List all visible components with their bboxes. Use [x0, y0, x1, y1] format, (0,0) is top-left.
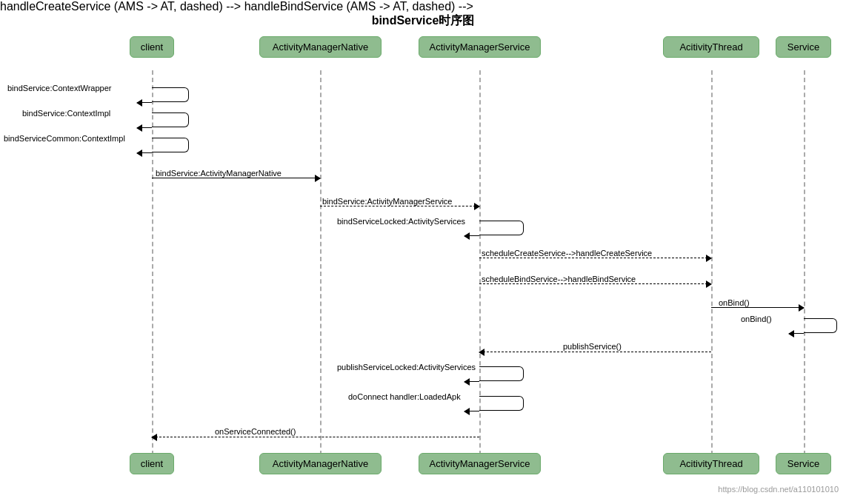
msg-label-6: bindServiceLocked:ActivityServices [337, 217, 465, 226]
actor-svc-bottom: Service [776, 453, 831, 474]
msg-label-4: bindService:ActivityManagerNative [156, 169, 282, 178]
msg-arrow-12 [464, 381, 479, 382]
msg-label-8: scheduleBindService-->handleBindService [482, 275, 636, 283]
msg-arrow-9 [711, 307, 804, 308]
msg-arrow-7 [479, 258, 711, 258]
msg-label-5: bindService:ActivityManagerService [322, 197, 452, 206]
msg-label-1: bindService:ContextWrapper [7, 84, 111, 93]
actor-client-top: client [130, 36, 174, 58]
msg-label-13: doConnect handler:LoadedApk [348, 392, 461, 401]
msg-arrow-3 [137, 152, 152, 153]
actor-amn-bottom: ActivityManagerNative [259, 453, 382, 474]
msg-label-12: publishServiceLocked:ActivityServices [337, 363, 476, 372]
actor-client-bottom: client [130, 453, 174, 474]
loop-1 [152, 87, 189, 102]
msg-label-10: onBind() [741, 315, 772, 323]
msg-label-3: bindServiceCommon:ContextImpl [4, 134, 125, 143]
actor-at-top: AcitivityThread [663, 36, 759, 58]
watermark: https://blog.csdn.net/a110101010 [718, 485, 839, 494]
loop-10 [804, 318, 837, 333]
msg-arrow-13 [464, 411, 479, 411]
msg-arrow-2 [137, 127, 152, 128]
msg-arrow-8 [479, 283, 711, 284]
msg-arrow-6 [464, 235, 479, 236]
loop-13 [479, 396, 524, 411]
lifeline-amn [320, 70, 322, 463]
msg-arrow-4 [152, 178, 320, 178]
msg-label-11: publishService() [563, 342, 622, 351]
msg-label-2: bindService:ContextImpl [22, 109, 110, 118]
loop-2 [152, 112, 189, 127]
actor-svc-top: Service [776, 36, 831, 58]
actor-ams-top: ActivityManagerService [419, 36, 541, 58]
msg-label-14: onServiceConnected() [215, 427, 296, 436]
msg-arrow-5 [320, 206, 479, 206]
lifeline-svc [804, 70, 805, 463]
actor-at-bottom: AcitivityThread [663, 453, 759, 474]
lifeline-client [152, 70, 153, 463]
msg-arrow-1 [137, 102, 152, 103]
loop-6 [479, 221, 524, 235]
msg-label-7: scheduleCreateService-->handleCreateServ… [482, 249, 652, 258]
diagram-container: bindService时序图 client ActivityManagerNat… [0, 0, 846, 504]
msg-label-9: onBind() [719, 298, 750, 307]
actor-ams-bottom: ActivityManagerService [419, 453, 541, 474]
msg-arrow-11 [479, 352, 711, 352]
msg-arrow-10 [789, 333, 804, 334]
diagram-title: bindService时序图 [0, 6, 846, 29]
msg-arrow-14 [152, 437, 479, 437]
lifeline-at [711, 70, 713, 463]
actor-amn-top: ActivityManagerNative [259, 36, 382, 58]
loop-3 [152, 138, 189, 152]
loop-12 [479, 366, 524, 381]
